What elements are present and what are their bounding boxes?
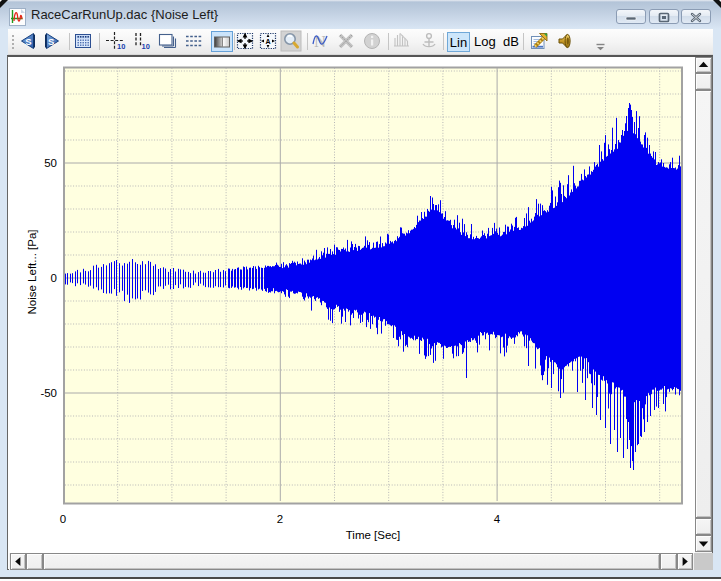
svg-text:0: 0 bbox=[60, 513, 66, 525]
svg-text:4: 4 bbox=[494, 513, 501, 525]
svg-text:Noise Left... [Pa]: Noise Left... [Pa] bbox=[26, 229, 38, 314]
svg-text:Time [Sec]: Time [Sec] bbox=[346, 529, 401, 541]
svg-text:50: 50 bbox=[44, 157, 57, 169]
svg-text:0: 0 bbox=[51, 272, 57, 284]
svg-text:2: 2 bbox=[277, 513, 283, 525]
svg-text:-50: -50 bbox=[40, 387, 57, 399]
